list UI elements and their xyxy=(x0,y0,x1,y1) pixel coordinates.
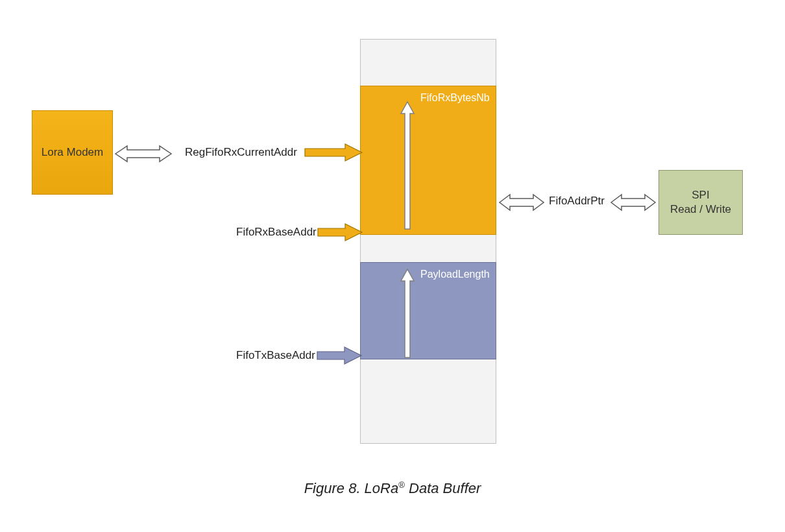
rx-current-arrow-icon xyxy=(304,143,363,162)
spi-label: SPIRead / Write xyxy=(670,188,731,217)
diagram-stage: Lora Modem SPIRead / Write FifoRxBytesNb… xyxy=(0,0,785,532)
buffer-gap-top xyxy=(360,39,496,86)
fifo-addr-ptr-label: FifoAddrPtr xyxy=(549,195,605,208)
modem-buffer-double-arrow-icon xyxy=(114,144,173,163)
addrptr-spi-double-arrow-icon xyxy=(610,193,657,212)
buffer-addrptr-double-arrow-icon xyxy=(498,193,545,212)
fifo-rx-base-addr-label: FifoRxBaseAddr xyxy=(236,226,317,239)
buffer-gap-mid xyxy=(360,235,496,262)
lora-modem-label: Lora Modem xyxy=(42,145,103,160)
svg-marker-0 xyxy=(401,102,414,229)
svg-marker-5 xyxy=(317,347,361,364)
svg-marker-6 xyxy=(500,195,544,210)
rx-base-arrow-icon xyxy=(317,223,363,242)
buffer-tx-segment: PayloadLength xyxy=(360,262,496,359)
figure-caption: Figure 8. LoRa® Data Buffer xyxy=(0,480,785,497)
reg-fifo-rx-current-addr-label: RegFifoRxCurrentAddr xyxy=(185,146,297,159)
spi-box: SPIRead / Write xyxy=(658,170,743,235)
svg-marker-7 xyxy=(611,195,655,210)
svg-marker-1 xyxy=(401,269,414,357)
svg-marker-2 xyxy=(115,146,171,162)
tx-up-arrow-icon xyxy=(398,268,417,359)
buffer-gap-bottom xyxy=(360,359,496,444)
lora-modem-box: Lora Modem xyxy=(32,110,113,195)
fifo-tx-base-addr-label: FifoTxBaseAddr xyxy=(236,349,315,362)
tx-base-arrow-icon xyxy=(316,346,363,365)
svg-marker-3 xyxy=(305,144,362,161)
buffer-rx-label: FifoRxBytesNb xyxy=(420,91,490,105)
buffer-tx-label: PayloadLength xyxy=(420,268,490,282)
svg-marker-4 xyxy=(318,224,362,241)
rx-up-arrow-icon xyxy=(398,101,417,230)
buffer-rx-segment: FifoRxBytesNb xyxy=(360,86,496,235)
